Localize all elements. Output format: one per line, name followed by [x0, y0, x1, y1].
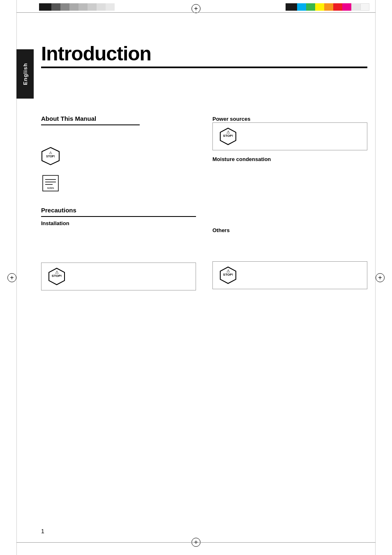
others-heading: Others [212, 227, 367, 233]
moisture-section: Moisture condensation [212, 156, 367, 215]
right-column: Power sources STOP! ⚠ Moisture condensat… [212, 115, 367, 296]
svg-text:STOP!: STOP! [46, 155, 55, 158]
power-sources-heading: Power sources [212, 116, 251, 122]
others-text-space [212, 237, 367, 261]
stop-icon-standalone-1: STOP! ⚠ [41, 147, 196, 167]
svg-text:⚠: ⚠ [55, 270, 59, 274]
top-line [16, 12, 376, 13]
bottom-line [16, 542, 376, 543]
left-column: About This Manual STOP! ⚠ notes [41, 115, 196, 296]
page-number: 1 [41, 528, 44, 534]
page-title: Introduction [41, 43, 367, 65]
svg-text:⚠: ⚠ [49, 151, 52, 155]
crosshair-left [7, 273, 16, 282]
crosshair-top [191, 4, 201, 13]
others-section: Others STOP! ⚠ [212, 227, 367, 289]
installation-warning-box: STOP! ⚠ [41, 263, 196, 290]
language-label: English [22, 63, 28, 85]
svg-text:STOP!: STOP! [223, 273, 233, 276]
introduction-section: Introduction [41, 43, 367, 68]
about-manual-heading: About This Manual [41, 115, 140, 125]
stop-svg-others: STOP! ⚠ [219, 266, 238, 285]
others-warning-box: STOP! ⚠ [212, 261, 367, 289]
precautions-section: Precautions Installation STOP! ⚠ [41, 207, 196, 290]
svg-text:STOP!: STOP! [52, 274, 62, 278]
installation-text-space [41, 230, 196, 263]
svg-text:STOP!: STOP! [223, 134, 233, 138]
content-area: About This Manual STOP! ⚠ notes [41, 115, 367, 296]
notes-icon-standalone: notes [41, 174, 196, 194]
stop-svg-power: STOP! ⚠ [219, 127, 238, 146]
moisture-heading: Moisture condensation [212, 156, 367, 162]
notes-svg: notes [41, 174, 60, 193]
precautions-heading: Precautions [41, 207, 196, 217]
crosshair-right [376, 273, 385, 282]
two-column-layout: About This Manual STOP! ⚠ notes [41, 115, 367, 296]
svg-text:⚠: ⚠ [226, 130, 230, 134]
svg-text:notes: notes [47, 187, 54, 189]
stop-svg-1: STOP! ⚠ [41, 147, 60, 166]
title-underline [41, 67, 367, 68]
power-sources-warning-box: STOP! ⚠ [212, 122, 367, 150]
edge-line-right [375, 0, 376, 555]
installation-heading: Installation [41, 220, 196, 226]
moisture-text-space [212, 166, 367, 215]
language-tab: English [16, 49, 34, 99]
power-sources-section: Power sources STOP! ⚠ [212, 115, 367, 150]
about-manual-section: About This Manual [41, 115, 196, 130]
svg-text:⚠: ⚠ [226, 269, 230, 273]
stop-svg-install: STOP! ⚠ [47, 267, 66, 286]
